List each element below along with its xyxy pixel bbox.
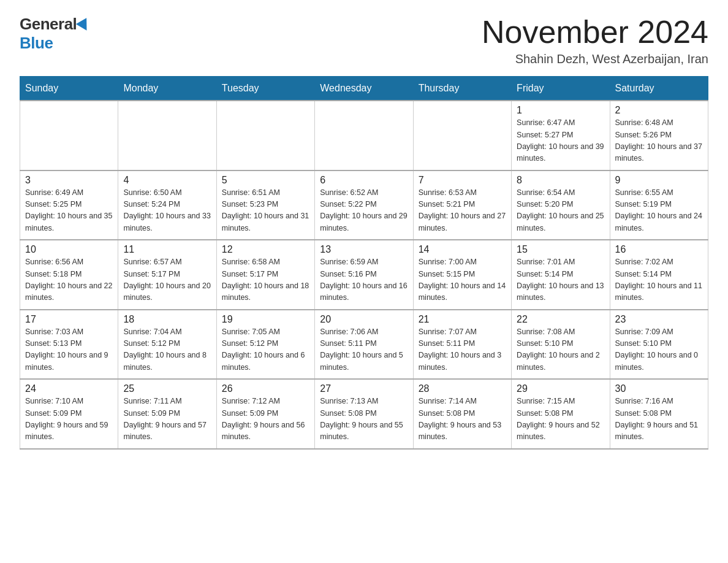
day-number: 5 [222, 175, 309, 186]
day-number: 4 [123, 175, 211, 186]
calendar-cell: 27Sunrise: 7:13 AM Sunset: 5:08 PM Dayli… [315, 379, 413, 449]
day-info: Sunrise: 6:59 AM Sunset: 5:16 PM Dayligh… [320, 258, 407, 302]
day-info: Sunrise: 6:58 AM Sunset: 5:17 PM Dayligh… [222, 258, 309, 302]
logo-triangle-icon [76, 18, 92, 34]
calendar-week-row: 10Sunrise: 6:56 AM Sunset: 5:18 PM Dayli… [20, 240, 708, 310]
calendar-cell: 14Sunrise: 7:00 AM Sunset: 5:15 PM Dayli… [413, 240, 511, 310]
day-info: Sunrise: 7:16 AM Sunset: 5:08 PM Dayligh… [615, 397, 699, 441]
calendar-cell [315, 101, 413, 170]
day-info: Sunrise: 7:10 AM Sunset: 5:09 PM Dayligh… [25, 397, 108, 441]
calendar-cell: 23Sunrise: 7:09 AM Sunset: 5:10 PM Dayli… [610, 310, 708, 380]
day-info: Sunrise: 7:03 AM Sunset: 5:13 PM Dayligh… [25, 327, 108, 372]
day-number: 13 [320, 244, 408, 255]
day-number: 10 [25, 244, 113, 255]
calendar-cell: 19Sunrise: 7:05 AM Sunset: 5:12 PM Dayli… [216, 310, 314, 380]
day-number: 19 [222, 314, 309, 325]
weekday-header-tuesday: Tuesday [216, 77, 314, 101]
calendar-cell: 4Sunrise: 6:50 AM Sunset: 5:24 PM Daylig… [118, 170, 216, 240]
calendar-cell: 1Sunrise: 6:47 AM Sunset: 5:27 PM Daylig… [512, 101, 610, 170]
calendar-cell: 24Sunrise: 7:10 AM Sunset: 5:09 PM Dayli… [20, 379, 118, 449]
month-title: November 2024 [482, 15, 708, 50]
day-number: 15 [517, 244, 604, 255]
calendar-cell: 28Sunrise: 7:14 AM Sunset: 5:08 PM Dayli… [413, 379, 511, 449]
logo-general-text: General [20, 15, 77, 34]
day-info: Sunrise: 7:05 AM Sunset: 5:12 PM Dayligh… [222, 327, 305, 372]
day-info: Sunrise: 6:47 AM Sunset: 5:27 PM Dayligh… [517, 118, 604, 163]
day-info: Sunrise: 7:12 AM Sunset: 5:09 PM Dayligh… [222, 397, 305, 441]
day-number: 3 [25, 175, 113, 186]
day-number: 7 [419, 175, 506, 186]
day-number: 30 [615, 383, 703, 394]
day-info: Sunrise: 7:07 AM Sunset: 5:11 PM Dayligh… [419, 327, 502, 372]
day-number: 25 [123, 383, 211, 394]
calendar-week-row: 3Sunrise: 6:49 AM Sunset: 5:25 PM Daylig… [20, 170, 708, 240]
day-number: 26 [222, 383, 309, 394]
day-info: Sunrise: 6:49 AM Sunset: 5:25 PM Dayligh… [25, 188, 112, 232]
day-info: Sunrise: 7:13 AM Sunset: 5:08 PM Dayligh… [320, 397, 403, 441]
day-info: Sunrise: 6:52 AM Sunset: 5:22 PM Dayligh… [320, 188, 407, 232]
day-number: 27 [320, 383, 408, 394]
calendar-cell: 12Sunrise: 6:58 AM Sunset: 5:17 PM Dayli… [216, 240, 314, 310]
calendar-cell: 17Sunrise: 7:03 AM Sunset: 5:13 PM Dayli… [20, 310, 118, 380]
calendar-cell: 21Sunrise: 7:07 AM Sunset: 5:11 PM Dayli… [413, 310, 511, 380]
calendar-cell: 26Sunrise: 7:12 AM Sunset: 5:09 PM Dayli… [216, 379, 314, 449]
day-info: Sunrise: 7:02 AM Sunset: 5:14 PM Dayligh… [615, 258, 702, 302]
day-info: Sunrise: 7:06 AM Sunset: 5:11 PM Dayligh… [320, 327, 403, 372]
day-info: Sunrise: 6:55 AM Sunset: 5:19 PM Dayligh… [615, 188, 702, 232]
calendar-cell: 22Sunrise: 7:08 AM Sunset: 5:10 PM Dayli… [512, 310, 610, 380]
calendar-cell: 13Sunrise: 6:59 AM Sunset: 5:16 PM Dayli… [315, 240, 413, 310]
title-area: November 2024 Shahin Dezh, West Azerbaij… [482, 15, 708, 66]
calendar-cell: 16Sunrise: 7:02 AM Sunset: 5:14 PM Dayli… [610, 240, 708, 310]
day-info: Sunrise: 7:04 AM Sunset: 5:12 PM Dayligh… [123, 327, 207, 372]
day-info: Sunrise: 6:57 AM Sunset: 5:17 PM Dayligh… [123, 258, 210, 302]
day-info: Sunrise: 7:11 AM Sunset: 5:09 PM Dayligh… [123, 397, 207, 441]
logo: General Blue [20, 15, 90, 53]
day-number: 6 [320, 175, 408, 186]
logo-blue-text: Blue [20, 34, 53, 53]
calendar-cell: 3Sunrise: 6:49 AM Sunset: 5:25 PM Daylig… [20, 170, 118, 240]
day-info: Sunrise: 7:08 AM Sunset: 5:10 PM Dayligh… [517, 327, 600, 372]
day-number: 18 [123, 314, 211, 325]
day-number: 29 [517, 383, 604, 394]
day-info: Sunrise: 6:50 AM Sunset: 5:24 PM Dayligh… [123, 188, 210, 232]
calendar-cell: 8Sunrise: 6:54 AM Sunset: 5:20 PM Daylig… [512, 170, 610, 240]
day-info: Sunrise: 6:48 AM Sunset: 5:26 PM Dayligh… [615, 118, 702, 163]
calendar-week-row: 17Sunrise: 7:03 AM Sunset: 5:13 PM Dayli… [20, 310, 708, 380]
day-number: 23 [615, 314, 703, 325]
calendar-header-row: SundayMondayTuesdayWednesdayThursdayFrid… [20, 77, 708, 101]
day-number: 11 [123, 244, 211, 255]
day-info: Sunrise: 7:00 AM Sunset: 5:15 PM Dayligh… [419, 258, 506, 302]
calendar-cell: 18Sunrise: 7:04 AM Sunset: 5:12 PM Dayli… [118, 310, 216, 380]
page-header: General Blue November 2024 Shahin Dezh, … [20, 15, 708, 66]
day-info: Sunrise: 6:53 AM Sunset: 5:21 PM Dayligh… [419, 188, 506, 232]
day-number: 28 [419, 383, 506, 394]
calendar-cell: 6Sunrise: 6:52 AM Sunset: 5:22 PM Daylig… [315, 170, 413, 240]
calendar-cell: 10Sunrise: 6:56 AM Sunset: 5:18 PM Dayli… [20, 240, 118, 310]
calendar-cell: 29Sunrise: 7:15 AM Sunset: 5:08 PM Dayli… [512, 379, 610, 449]
day-number: 1 [517, 105, 604, 116]
calendar-cell [118, 101, 216, 170]
day-number: 22 [517, 314, 604, 325]
calendar-cell [20, 101, 118, 170]
day-number: 9 [615, 175, 703, 186]
calendar-cell: 9Sunrise: 6:55 AM Sunset: 5:19 PM Daylig… [610, 170, 708, 240]
calendar-cell: 5Sunrise: 6:51 AM Sunset: 5:23 PM Daylig… [216, 170, 314, 240]
calendar-week-row: 1Sunrise: 6:47 AM Sunset: 5:27 PM Daylig… [20, 101, 708, 170]
day-number: 21 [419, 314, 506, 325]
day-number: 20 [320, 314, 408, 325]
location-subtitle: Shahin Dezh, West Azerbaijan, Iran [482, 52, 708, 66]
day-info: Sunrise: 7:01 AM Sunset: 5:14 PM Dayligh… [517, 258, 604, 302]
day-info: Sunrise: 6:54 AM Sunset: 5:20 PM Dayligh… [517, 188, 604, 232]
calendar-week-row: 24Sunrise: 7:10 AM Sunset: 5:09 PM Dayli… [20, 379, 708, 449]
calendar-cell [413, 101, 511, 170]
day-number: 16 [615, 244, 703, 255]
calendar-table: SundayMondayTuesdayWednesdayThursdayFrid… [20, 76, 708, 450]
calendar-cell [216, 101, 314, 170]
calendar-cell: 15Sunrise: 7:01 AM Sunset: 5:14 PM Dayli… [512, 240, 610, 310]
day-number: 17 [25, 314, 113, 325]
weekday-header-friday: Friday [512, 77, 610, 101]
day-info: Sunrise: 6:51 AM Sunset: 5:23 PM Dayligh… [222, 188, 309, 232]
day-info: Sunrise: 7:09 AM Sunset: 5:10 PM Dayligh… [615, 327, 699, 372]
day-info: Sunrise: 6:56 AM Sunset: 5:18 PM Dayligh… [25, 258, 112, 302]
calendar-cell: 30Sunrise: 7:16 AM Sunset: 5:08 PM Dayli… [610, 379, 708, 449]
